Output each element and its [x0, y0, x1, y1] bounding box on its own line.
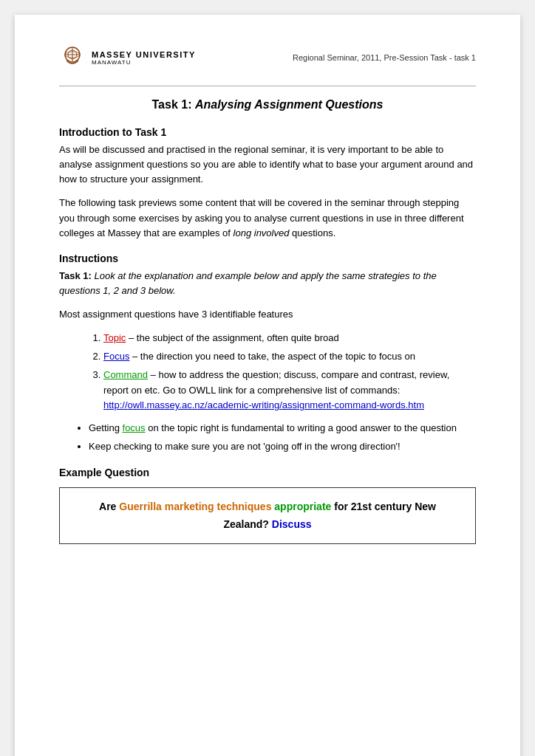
bullet-item-checking: Keep checking to make sure you are not '… [89, 439, 476, 455]
italic-long-involved: long involved [234, 227, 290, 238]
task-italic-text: Look at the explanation and example belo… [59, 270, 437, 296]
intro-text-2: The following task previews some content… [59, 196, 476, 240]
example-prefix: Are [99, 501, 119, 512]
topic-rest: – the subject of the assignment, often q… [126, 332, 338, 343]
header-right-text: Regional Seminar, 2011, Pre-Session Task… [293, 53, 476, 62]
page-header: MASSEY UNIVERSITY MANAWATU Regional Semi… [59, 44, 476, 71]
focus-label: Focus [103, 351, 129, 362]
list-item-focus: Focus – the direction you need to take, … [103, 349, 476, 365]
header-divider [59, 86, 476, 86]
example-command: Discuss [272, 518, 312, 530]
intro-text-1: As will be discussed and practised in th… [59, 142, 476, 187]
list-item-topic: Topic – the subject of the assignment, o… [103, 331, 476, 346]
features-list: Topic – the subject of the assignment, o… [103, 331, 476, 413]
list-item-command: Command – how to address the question; d… [103, 368, 476, 413]
logo-text: MASSEY UNIVERSITY MANAWATU [92, 50, 196, 66]
bullet-list: Getting focus on the topic right is fund… [89, 421, 476, 455]
focus-highlight: focus [123, 422, 146, 433]
title-prefix: Task 1: [152, 98, 195, 111]
focus-rest: – the direction you need to take, the as… [129, 351, 415, 362]
title-italic: Analysing Assignment Questions [195, 98, 384, 111]
example-focus: appropriate [274, 501, 331, 512]
task-label: Task 1: [59, 270, 94, 281]
intro-heading: Introduction to Task 1 [59, 126, 476, 138]
example-heading: Example Question [59, 467, 476, 478]
bullet-item-focus: Getting focus on the topic right is fund… [89, 421, 476, 436]
command-rest: – how to address the question; discuss, … [103, 369, 449, 396]
massey-logo-icon [59, 44, 86, 71]
logo-area: MASSEY UNIVERSITY MANAWATU [59, 44, 196, 71]
document-page: MASSEY UNIVERSITY MANAWATU Regional Semi… [15, 15, 520, 756]
page-title: Task 1: Analysing Assignment Questions [59, 98, 476, 111]
features-text: Most assignment questions have 3 identif… [59, 307, 476, 322]
topic-label: Topic [103, 332, 126, 343]
owll-link[interactable]: http://owll.massey.ac.nz/academic-writin… [103, 399, 424, 410]
task-instruction: Task 1: Look at the explanation and exam… [59, 269, 476, 298]
logo-massey-label: MASSEY UNIVERSITY [92, 50, 196, 59]
instructions-heading: Instructions [59, 252, 476, 264]
example-box: Are Guerrilla marketing techniques appro… [59, 487, 476, 545]
logo-manawatu-label: MANAWATU [92, 59, 196, 66]
example-topic: Guerrilla marketing techniques [119, 501, 271, 512]
command-label: Command [103, 369, 148, 380]
